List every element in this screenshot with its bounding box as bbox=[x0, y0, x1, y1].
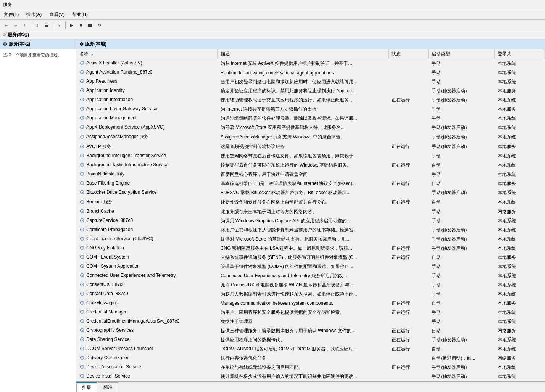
cell-service-name: AppX Deployment Service (AppXSVC) bbox=[76, 123, 217, 132]
table-row[interactable]: Contact Data_887c0为联系人数据编制索引以进行快速联系人搜索。如… bbox=[76, 289, 545, 299]
table-row[interactable]: ActiveX Installer (AxInstSV)为从 Internet … bbox=[76, 59, 545, 68]
table-row[interactable]: CNG Key IsolationCNG 密钥隔离服务主在 LSA 进程中。如一… bbox=[76, 244, 545, 253]
table-row[interactable]: Connected User Experiences and Telemetry… bbox=[76, 271, 545, 280]
menu-file[interactable]: 文件(F) bbox=[2, 11, 21, 19]
cell-service-desc: 让硬件设备和软件服务在网络上自动配置并自行公布 bbox=[217, 198, 388, 207]
table-row[interactable]: Application Management为通过组策略部署的软件处理安装、删除… bbox=[76, 114, 545, 123]
address-icon: ⚙ bbox=[2, 32, 6, 37]
cell-service-name: AssignedAccessManager 服务 bbox=[76, 132, 217, 142]
table-row[interactable]: Background Tasks Infrastructure Service控… bbox=[76, 161, 545, 170]
table-row[interactable]: AppX Deployment Service (AppXSVC)为部署 Mic… bbox=[76, 123, 545, 132]
cell-service-desc: 凭据注册管理器 bbox=[217, 317, 388, 326]
help-button[interactable]: ? bbox=[55, 21, 63, 29]
tab-standard[interactable]: 标准 bbox=[98, 382, 118, 392]
properties-button[interactable]: ☰ bbox=[42, 21, 51, 29]
cell-service-logon: 本地系统 bbox=[495, 244, 545, 253]
menu-action[interactable]: 操作(A) bbox=[24, 11, 44, 19]
cell-service-logon: 本地系统 bbox=[495, 132, 545, 142]
cell-service-name: AVCTP 服务 bbox=[76, 142, 217, 152]
col-header-desc[interactable]: 描述 bbox=[217, 49, 388, 59]
table-row[interactable]: Device Install Service使计算机在极少或没有用户输入的情况下… bbox=[76, 372, 545, 381]
cell-service-desc: 为用户、应用程序和安全服务包提供凭据的安全存储和检索。 bbox=[217, 308, 388, 317]
menu-view[interactable]: 查看(V) bbox=[47, 11, 67, 19]
cell-service-name: Connected User Experiences and Telemetry bbox=[76, 271, 217, 280]
table-row[interactable]: Device Association Service在系统与有线或无线设备之间启… bbox=[76, 363, 545, 372]
cell-service-startup: 手动(触发器启动) bbox=[429, 142, 495, 152]
table-row[interactable]: Application Identity确定并验证应用程序的标识。禁用此服务将阻… bbox=[76, 87, 545, 96]
cell-service-desc: AssignedAccessManager 服务支持 Windows 中的展台体… bbox=[217, 132, 388, 142]
cell-service-name: Device Association Service bbox=[76, 363, 217, 372]
cell-service-startup: 手动(触发器启动) bbox=[429, 335, 495, 344]
left-panel: ⚙ 服务(本地) 选择一个项目来查看它的描述。 bbox=[0, 39, 76, 392]
cell-service-desc: DCOMLAUNCH 服务可启动 COM 和 DCOM 服务器，以响应应对... bbox=[217, 344, 388, 353]
cell-service-desc: 此服务缓存来自本地子网上对等方的网络内容。 bbox=[217, 207, 388, 216]
table-row[interactable]: CoreMessagingManages communication betwe… bbox=[76, 299, 545, 308]
table-row[interactable]: COM+ Event System支持系统事件通知服务 (SENS)，此服务为订… bbox=[76, 253, 545, 262]
show-hide-button[interactable]: ◫ bbox=[33, 21, 42, 29]
table-row[interactable]: Background Intelligent Transfer Service使… bbox=[76, 152, 545, 161]
cell-service-desc: 使计算机在极少或没有用户输入的情况下能识别并适应硬件的更改... bbox=[217, 372, 388, 381]
table-row[interactable]: Application Layer Gateway Service为 Inter… bbox=[76, 105, 545, 114]
col-header-status[interactable]: 状态 bbox=[388, 49, 428, 59]
back-button[interactable]: ← bbox=[2, 21, 11, 29]
cell-service-name: BaiduNetdiskUtility bbox=[76, 170, 217, 179]
table-row[interactable]: BranchCache此服务缓存来自本地子网上对等方的网络内容。手动网络服务 bbox=[76, 207, 545, 216]
table-row[interactable]: Application Information使用辅助管理权限便于交互式应用程序… bbox=[76, 96, 545, 105]
table-row[interactable]: App Readiness当用户初次登录到这台电脑和添加新应用时，使应用进入就绪… bbox=[76, 77, 545, 87]
cell-service-logon: 本地服务 bbox=[495, 253, 545, 262]
forward-button[interactable]: → bbox=[11, 21, 20, 29]
cell-service-desc: CNG 密钥隔离服务主在 LSA 进程中。如一般原则所要求，该服... bbox=[217, 244, 388, 253]
table-row[interactable]: AssignedAccessManager 服务AssignedAccessMa… bbox=[76, 132, 545, 142]
cell-service-startup: 手动(触发器启动) bbox=[429, 96, 495, 105]
content-area: ⚙ 服务(本地) 选择一个项目来查看它的描述。 ⚙ 服务(本地) 名称 ▲ bbox=[0, 39, 545, 392]
stop-button[interactable]: ■ bbox=[77, 21, 85, 29]
cell-service-name: Base Filtering Engine bbox=[76, 179, 217, 188]
cell-service-status: 正在运行 bbox=[388, 161, 428, 170]
cell-service-startup: 手动 bbox=[429, 114, 495, 123]
cell-service-status bbox=[388, 280, 428, 289]
cell-service-desc: 当用户初次登录到这台电脑和添加新应用时，使应用进入就绪可用... bbox=[217, 77, 388, 87]
table-row[interactable]: Client License Service (ClipSVC)提供对 Micr… bbox=[76, 235, 545, 244]
table-row[interactable]: BitLocker Drive Encryption ServiceBDESVC… bbox=[76, 188, 545, 198]
table-row[interactable]: AVCTP 服务这是音频视频控制传输协议服务正在运行手动(触发器启动)本地服务 bbox=[76, 142, 545, 152]
cell-service-status: 正在运行 bbox=[388, 142, 428, 152]
table-row[interactable]: Cryptographic Services提供三种管理服务：编录数据库服务，用… bbox=[76, 326, 545, 335]
services-table-container[interactable]: 名称 ▲ 描述 状态 启动类型 bbox=[76, 49, 545, 381]
table-row[interactable]: Data Sharing Service提供应用程序之间的数据传代。正在运行手动… bbox=[76, 335, 545, 344]
cell-service-status: 正在运行 bbox=[388, 308, 428, 317]
cell-service-name: Contact Data_887c0 bbox=[76, 289, 217, 299]
col-header-name[interactable]: 名称 ▲ bbox=[76, 49, 217, 59]
cell-service-name: Application Information bbox=[76, 96, 217, 105]
col-header-startup[interactable]: 启动类型 bbox=[429, 49, 495, 59]
cell-service-name: Certificate Propagation bbox=[76, 225, 217, 235]
table-row[interactable]: Agent Activation Runtime_887c0Runtime fo… bbox=[76, 68, 545, 77]
menu-help[interactable]: 帮助(H) bbox=[70, 11, 90, 19]
cell-service-name: BitLocker Drive Encryption Service bbox=[76, 188, 217, 198]
restart-button[interactable]: ↻ bbox=[95, 21, 103, 29]
table-row[interactable]: Credential Manager为用户、应用程序和安全服务包提供凭据的安全存… bbox=[76, 308, 545, 317]
play-button[interactable]: ▶ bbox=[68, 21, 76, 29]
table-row[interactable]: ConsentUX_887c0允许 ConnectUX 和电脑设备连接 WLAN… bbox=[76, 280, 545, 289]
table-row[interactable]: Bonjour 服务让硬件设备和软件服务在网络上自动配置并自行公布正在运行自动本… bbox=[76, 198, 545, 207]
cell-service-status bbox=[388, 262, 428, 271]
address-bar: ⚙ 服务(本地) bbox=[0, 31, 545, 39]
table-row[interactable]: DCOM Server Process LauncherDCOMLAUNCH 服… bbox=[76, 344, 545, 353]
cell-service-logon: 本地系统 bbox=[495, 77, 545, 87]
col-header-logon[interactable]: 登录为 bbox=[495, 49, 545, 59]
cell-service-startup: 手动(触发器启动) bbox=[429, 363, 495, 372]
pause-button[interactable]: ▮▮ bbox=[86, 21, 94, 29]
table-row[interactable]: Delivery Optimization执行内容传递优化任务自动(延迟启动)，… bbox=[76, 353, 545, 363]
cell-service-startup: 自动 bbox=[429, 326, 495, 335]
up-button[interactable]: ↑ bbox=[21, 21, 29, 29]
table-row[interactable]: Certificate Propagation将用户证书和根证书从智能卡复制到当… bbox=[76, 225, 545, 235]
tab-extended[interactable]: 扩展 bbox=[76, 382, 97, 392]
cell-service-desc: 为 Internet 连接共享提供第三方协议插件的支持 bbox=[217, 105, 388, 114]
table-row[interactable]: Base Filtering Engine基本筛选引擎(BFE)是一种管理防火墙… bbox=[76, 179, 545, 188]
cell-service-logon: 本地系统 bbox=[495, 225, 545, 235]
table-row[interactable]: BaiduNetdiskUtility百度网盘核心程序，用于快速申请磁盘空间手动… bbox=[76, 170, 545, 179]
cell-service-status bbox=[388, 372, 428, 381]
table-row[interactable]: COM+ System Application管理基于组件对象模型 (COM+)… bbox=[76, 262, 545, 271]
cell-service-status bbox=[388, 235, 428, 244]
table-row[interactable]: CredentialEnrollmentManagerUserSvc_887c0… bbox=[76, 317, 545, 326]
table-row[interactable]: CaptureService_887c0为调用 Windows.Graphics… bbox=[76, 216, 545, 225]
